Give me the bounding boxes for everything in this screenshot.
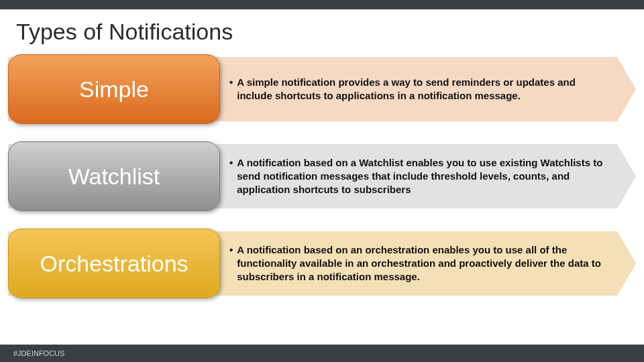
row-watchlist: Watchlist • A notification based on a Wa… (8, 141, 636, 211)
notification-rows: Simple • A simple notification provides … (0, 52, 644, 298)
pill-simple: Simple (8, 54, 220, 124)
top-bar (0, 0, 644, 9)
desc-simple: • A simple notification provides a way t… (220, 54, 636, 124)
pill-watchlist: Watchlist (8, 141, 220, 211)
bullet-icon: • (229, 76, 233, 103)
row-simple: Simple • A simple notification provides … (8, 54, 636, 124)
bullet-icon: • (229, 156, 233, 197)
page-title: Types of Notifications (0, 9, 644, 52)
pill-label: Watchlist (68, 164, 160, 190)
desc-text: A simple notification provides a way to … (237, 76, 606, 103)
row-orchestrations: Orchestrations • A notification based on… (8, 229, 636, 298)
desc-watchlist: • A notification based on a Watchlist en… (220, 141, 636, 211)
desc-text: A notification based on a Watchlist enab… (237, 156, 606, 197)
footer-bar: #JDEINFOCUS (0, 345, 644, 362)
pill-orchestrations: Orchestrations (8, 229, 220, 298)
bullet-icon: • (229, 243, 233, 284)
pill-label: Simple (79, 76, 149, 103)
desc-text: A notification based on an orchestration… (237, 243, 606, 284)
footer-hashtag: #JDEINFOCUS (13, 349, 64, 357)
desc-orchestrations: • A notification based on an orchestrati… (220, 229, 636, 298)
pill-label: Orchestrations (40, 251, 188, 277)
